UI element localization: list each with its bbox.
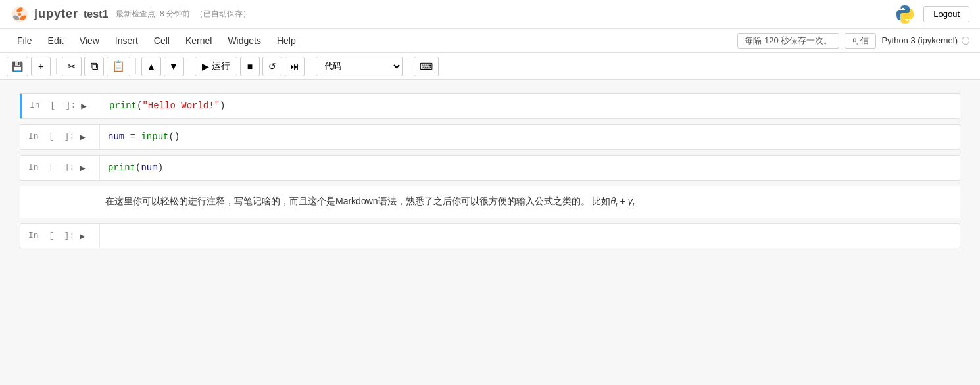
- menu-edit[interactable]: Edit: [41, 33, 70, 49]
- cell-5[interactable]: In [ ]: ▶: [20, 223, 960, 248]
- jupyter-logo-icon: [11, 5, 29, 24]
- code-var-num2: num: [141, 162, 157, 173]
- cell-type-select[interactable]: 代码 Markdown Raw NBConvert 标题: [316, 57, 403, 76]
- cell-3[interactable]: In [ ]: ▶ print(num): [20, 155, 960, 181]
- logo-area: jupyter: [11, 5, 78, 24]
- toolbar-separator-1: [56, 58, 57, 74]
- cell-2-prompt-area: In [ ]: ▶: [20, 125, 99, 149]
- cell-3-prompt-area: In [ ]: ▶: [20, 156, 99, 180]
- cell-1-content[interactable]: print("Hello World!"): [101, 94, 960, 118]
- code-keyword-print2: print: [108, 162, 135, 173]
- markdown-cell: 在这里你可以轻松的进行注释，写笔记啥的，而且这个是Markdown语法，熟悉了之…: [20, 186, 960, 218]
- trusted-button[interactable]: 可信: [845, 33, 876, 49]
- fast-forward-button[interactable]: ⏭: [285, 57, 305, 76]
- kernel-info-text: Python 3 (ipykernel): [881, 35, 969, 45]
- python-logo-icon: [894, 4, 916, 25]
- run-triangle-icon: ▶: [202, 61, 209, 72]
- code-paren-close: ): [220, 101, 225, 111]
- paste-icon: 📋: [112, 60, 125, 72]
- menu-help[interactable]: Help: [270, 33, 303, 49]
- stop-icon: ■: [247, 61, 253, 72]
- cut-icon: ✂: [68, 61, 76, 72]
- restart-button[interactable]: ↺: [262, 57, 282, 76]
- autosave-text: （已自动保存）: [195, 9, 251, 20]
- menu-cell[interactable]: Cell: [147, 33, 176, 49]
- cell-2-prompt: In [ ]:: [28, 131, 74, 141]
- svg-point-6: [906, 19, 908, 20]
- kernel-name-label: Python 3 (ipykernel): [881, 35, 958, 45]
- stop-button[interactable]: ■: [240, 57, 260, 76]
- toolbar-separator-2: [135, 58, 136, 74]
- menu-view[interactable]: View: [73, 33, 106, 49]
- cell-2-run-icon[interactable]: ▶: [80, 131, 85, 142]
- toolbar-separator-3: [189, 58, 189, 74]
- cell-3-content[interactable]: print(num): [99, 156, 960, 180]
- math-gamma: γi: [628, 196, 635, 206]
- toolbar-separator-4: [310, 58, 310, 74]
- keyboard-icon: ⌨: [420, 61, 433, 72]
- cell-2-content[interactable]: num = input(): [99, 125, 960, 149]
- code-keyword-print: print: [109, 101, 137, 111]
- cell-1[interactable]: In [ ]: ▶ print("Hello World!"): [20, 93, 960, 119]
- code-paren-input: (): [168, 131, 180, 142]
- cell-2[interactable]: In [ ]: ▶ num = input(): [20, 124, 960, 150]
- checkpoint-info: 最新检查点: 8 分钟前: [116, 9, 190, 20]
- cell-5-prompt: In [ ]:: [28, 231, 74, 240]
- cut-button[interactable]: ✂: [62, 57, 82, 76]
- toolbar: 💾 + ✂ ⧉ 📋 ▲ ▼ ▶ 运行 ■ ↺ ⏭ 代码 Markdown Raw…: [0, 53, 980, 80]
- jupyter-brand-text: jupyter: [34, 7, 78, 21]
- paste-button[interactable]: 📋: [107, 57, 130, 76]
- cell-1-run-icon[interactable]: ▶: [81, 101, 86, 111]
- restart-icon: ↺: [268, 61, 276, 72]
- save-button[interactable]: 💾: [7, 57, 28, 76]
- top-right-area: Logout: [894, 4, 969, 25]
- toolbar-separator-5: [408, 58, 408, 74]
- add-cell-button[interactable]: +: [31, 57, 51, 76]
- cell-1-prompt: In [ ]:: [30, 101, 76, 110]
- fast-forward-icon: ⏭: [290, 61, 299, 72]
- code-string-hello: "Hello World!": [142, 101, 220, 111]
- move-up-icon: ▲: [147, 61, 156, 72]
- add-icon: +: [38, 61, 43, 72]
- save-info-text: 每隔 120 秒保存一次。: [737, 33, 839, 49]
- svg-point-4: [18, 12, 21, 15]
- cell-5-run-icon[interactable]: ▶: [80, 231, 85, 241]
- logout-button[interactable]: Logout: [923, 6, 969, 22]
- menu-file[interactable]: File: [11, 33, 39, 49]
- kernel-status-circle: [962, 37, 969, 45]
- menu-widgets[interactable]: Widgets: [221, 33, 268, 49]
- code-space-1: =: [130, 131, 141, 142]
- move-down-button[interactable]: ▼: [164, 57, 184, 76]
- code-paren-print2-close: ): [158, 162, 163, 173]
- move-up-button[interactable]: ▲: [141, 57, 161, 76]
- keyboard-shortcuts-button[interactable]: ⌨: [414, 57, 439, 76]
- menu-bar: File Edit View Insert Cell Kernel Widget…: [0, 29, 980, 53]
- copy-icon: ⧉: [91, 60, 98, 72]
- cell-3-prompt: In [ ]:: [28, 162, 74, 172]
- menu-right: 每隔 120 秒保存一次。 可信 Python 3 (ipykernel): [737, 33, 969, 49]
- top-bar: jupyter test1 最新检查点: 8 分钟前 （已自动保存） Logou…: [0, 0, 980, 29]
- run-label: 运行: [212, 60, 230, 72]
- cell-5-content[interactable]: [99, 224, 960, 248]
- menu-kernel[interactable]: Kernel: [179, 33, 218, 49]
- menu-insert[interactable]: Insert: [109, 33, 145, 49]
- cell-1-prompt-area: In [ ]: ▶: [22, 94, 101, 118]
- math-theta: θi: [610, 196, 617, 206]
- svg-point-5: [902, 7, 904, 9]
- save-icon: 💾: [12, 61, 23, 72]
- notebook-name[interactable]: test1: [84, 9, 108, 20]
- cell-5-prompt-area: In [ ]: ▶: [20, 224, 99, 248]
- run-button[interactable]: ▶ 运行: [195, 57, 237, 76]
- code-keyword-input: input: [141, 131, 168, 142]
- code-var-num: num: [108, 131, 124, 142]
- copy-button[interactable]: ⧉: [84, 57, 104, 76]
- markdown-text: 在这里你可以轻松的进行注释，写笔记啥的，而且这个是Markdown语法，熟悉了之…: [105, 196, 634, 206]
- notebook-area: In [ ]: ▶ print("Hello World!") In [ ]: …: [0, 80, 980, 385]
- move-down-icon: ▼: [169, 61, 178, 72]
- cell-3-run-icon[interactable]: ▶: [80, 162, 85, 173]
